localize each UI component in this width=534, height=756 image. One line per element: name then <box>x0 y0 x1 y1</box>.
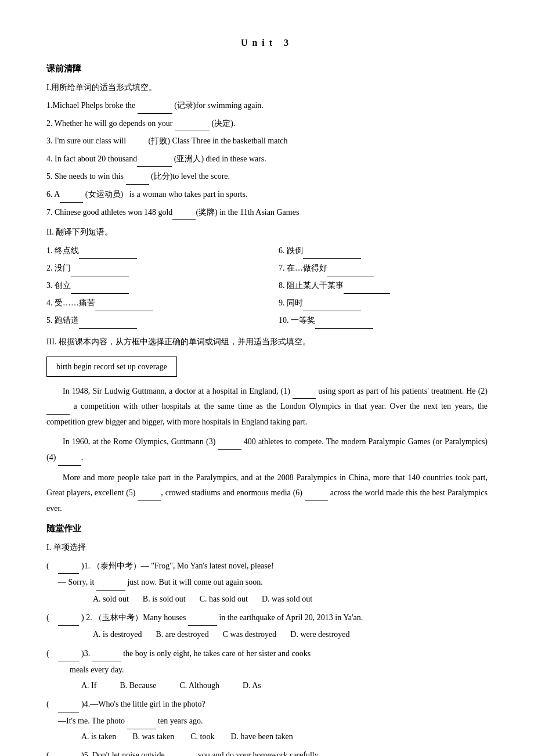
q1-input[interactable] <box>96 581 125 591</box>
paren-5-open: ( <box>46 748 58 756</box>
paren-1-open: ( <box>46 559 58 574</box>
choice-q5: ()5. Don't let noise outside you and do … <box>46 748 488 756</box>
p-blank-5[interactable] <box>138 492 161 501</box>
t-blank-8[interactable] <box>344 285 390 294</box>
translate-right-4: 9. 同时 <box>279 295 488 311</box>
translate-left-5: 5. 跑错道 <box>46 312 255 329</box>
p-blank-2[interactable] <box>46 405 70 415</box>
blank-6[interactable] <box>60 193 83 203</box>
q2-opt-d: D. were destroyed <box>290 627 349 643</box>
section-randang: 随堂作业 I. 单项选择 ()1. （泰州中考）— "Frog", Mo Yan… <box>46 521 488 756</box>
q4-opt-d: D. have been taken <box>230 729 293 745</box>
q4-stem2: —It's me. The photo ten years ago. <box>58 714 488 729</box>
q3-stem2: meals every day. <box>70 663 488 678</box>
section-keqian: 课前清障 I.用所给单词的适当形式填空。 1.Michael Phelps br… <box>46 61 488 517</box>
t-blank-2[interactable] <box>71 267 129 276</box>
t-blank-9[interactable] <box>303 302 361 311</box>
q3-text: )3. the boy is only eight, he takes care… <box>81 649 311 658</box>
sub1-choice-label: I. 单项选择 <box>46 540 488 555</box>
q3-input[interactable] <box>92 652 121 661</box>
answer-blank-3[interactable] <box>58 652 79 661</box>
paragraph-1: In 1948, Sir Ludwig Guttmann, a doctor a… <box>46 384 488 430</box>
fill-q6: 6. A (女运动员) is a woman who takes part in… <box>46 187 488 203</box>
translate-right-2: 7. 在…做得好 <box>279 260 488 276</box>
q2-opt-a: A. is destroyed <box>93 627 142 643</box>
q3-opt-c: C. Although <box>179 678 219 694</box>
q3-opt-a: A. If <box>81 678 96 694</box>
blank-1[interactable] <box>138 105 172 114</box>
t-blank-6[interactable] <box>303 250 361 259</box>
q4-opt-b: B. was taken <box>132 729 174 745</box>
choice-q3: ()3. the boy is only eight, he takes car… <box>46 646 488 694</box>
answer-blank-2[interactable] <box>58 617 79 626</box>
fill-q2: 2. Whether he will go depends on your (决… <box>46 116 488 132</box>
fill-q5: 5. She needs to win this (比分)to level th… <box>46 169 488 185</box>
word-box: birth begin record set up coverage <box>46 357 177 377</box>
blank-5[interactable] <box>126 175 149 185</box>
word-box-container: birth begin record set up coverage <box>46 353 488 384</box>
sub1-label: I.用所给单词的适当形式填空。 <box>46 80 488 95</box>
q4-options: A. is taken B. was taken C. took D. have… <box>81 729 488 745</box>
fill-q7: 7. Chinese good athletes won 148 gold(奖牌… <box>46 205 488 221</box>
translate-left-1: 1. 终点线 <box>46 243 255 259</box>
answer-blank-4[interactable] <box>58 703 79 712</box>
choice-q1: ()1. （泰州中考）— "Frog", Mo Yan's latest nov… <box>46 559 488 607</box>
q2-opt-c: C was destroyed <box>223 627 277 643</box>
translate-left-4: 4. 受……痛苦 <box>46 295 255 311</box>
p-blank-4[interactable] <box>58 456 81 466</box>
blank-7[interactable] <box>172 211 196 220</box>
q2-options: A. is destroyed B. are destroyed C was d… <box>93 627 488 643</box>
section1-title: 课前清障 <box>46 61 488 77</box>
t-blank-7[interactable] <box>327 267 374 276</box>
blank-4[interactable] <box>137 157 172 167</box>
fill-q4: 4. In fact about 20 thousand (亚洲人) died … <box>46 152 488 167</box>
t-blank-3[interactable] <box>71 285 129 294</box>
q2-text: ) 2. （玉林中考）Many houses in the earthquake… <box>81 613 363 622</box>
sub2-label: II. 翻译下列短语。 <box>46 225 488 239</box>
paragraph-2: In 1960, at the Rome Olympics, Guttmann … <box>46 434 488 465</box>
q5-text: )5. Don't let noise outside you and do y… <box>81 751 320 756</box>
answer-blank-1[interactable] <box>58 564 79 574</box>
q1-options: A. sold out B. is sold out C. has sold o… <box>93 592 488 607</box>
translate-right-3: 8. 阻止某人干某事 <box>279 278 488 294</box>
q2-input[interactable] <box>188 617 217 626</box>
p-blank-6[interactable] <box>305 492 328 501</box>
p-blank-1[interactable] <box>293 390 316 399</box>
q3-opt-b: B. Because <box>120 678 156 694</box>
q4-opt-a: A. is taken <box>81 729 116 745</box>
q4-text: )4.—Who's the little girl in the photo? <box>81 700 205 708</box>
t-blank-5[interactable] <box>79 319 137 329</box>
t-blank-4[interactable] <box>95 302 153 311</box>
sub3-label: III. 根据课本内容，从方框中选择正确的单词或词组，并用适当形式填空。 <box>46 334 488 349</box>
paren-2-open: ( <box>46 610 58 626</box>
q3-opt-d: D. As <box>243 678 261 694</box>
translate-left-3: 3. 创立 <box>46 278 255 294</box>
q1-opt-b: B. is sold out <box>143 592 186 607</box>
fill-q3: 3. I'm sure our class will (打败) Class Th… <box>46 134 488 149</box>
q2-opt-b: B. are destroyed <box>156 627 208 643</box>
fill-q1: 1.Michael Phelps broke the (记录)for swimm… <box>46 98 488 114</box>
page-title: Unit 3 <box>46 35 488 52</box>
p-blank-3[interactable] <box>218 441 241 450</box>
choice-q2: () 2. （玉林中考）Many houses in the earthquak… <box>46 610 488 642</box>
translate-right-1: 6. 跌倒 <box>279 243 488 259</box>
paren-3-open: ( <box>46 646 58 662</box>
q1-opt-c: C. has sold out <box>200 592 248 607</box>
q4-opt-c: C. took <box>190 729 214 745</box>
q1-stem2: — Sorry, it just now. But it will come o… <box>58 575 488 591</box>
q1-opt-d: D. was sold out <box>262 592 312 607</box>
q1-opt-a: A. sold out <box>93 592 129 607</box>
q4-input[interactable] <box>127 720 156 729</box>
t-blank-1[interactable] <box>79 250 137 259</box>
choice-q4: ()4.—Who's the little girl in the photo?… <box>46 697 488 744</box>
blank-2[interactable] <box>175 122 210 131</box>
paren-4-open: ( <box>46 697 58 712</box>
q3-options: A. If B. Because C. Although D. As <box>81 678 488 694</box>
translate-right-5: 10. 一等奖 <box>279 312 488 329</box>
paragraph-3: More and more people take part in the Pa… <box>46 470 488 517</box>
q1-text: )1. （泰州中考）— "Frog", Mo Yan's latest nove… <box>81 561 274 570</box>
section2-title: 随堂作业 <box>46 521 488 537</box>
translate-grid: 1. 终点线 6. 跌倒 2. 没门 7. 在…做得好 3. 创立 8. 阻止某… <box>46 243 488 329</box>
translate-left-2: 2. 没门 <box>46 260 255 276</box>
t-blank-10[interactable] <box>315 319 373 329</box>
